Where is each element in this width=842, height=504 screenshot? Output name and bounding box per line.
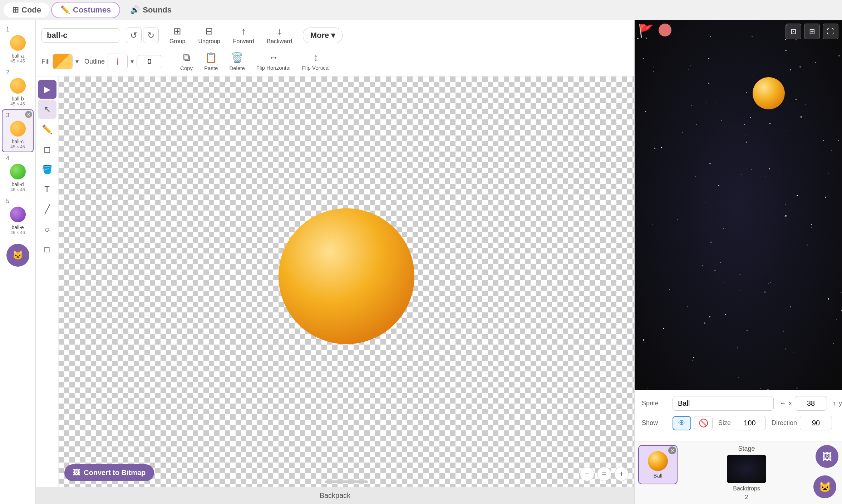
brush-tool[interactable]: ✏️ (38, 120, 56, 139)
backward-button[interactable]: ↓ Backward (262, 24, 297, 47)
star (661, 147, 662, 148)
costume-item[interactable]: 3 ball-c 45 × 45 ✕ (2, 109, 34, 152)
costume-number: 1 (6, 26, 9, 33)
group-button[interactable]: ⊞ Group (164, 24, 190, 47)
zoom-reset-button[interactable]: = (597, 467, 611, 481)
flip-horizontal-icon: ↔ (269, 52, 279, 63)
size-group: Size (718, 416, 766, 430)
paste-icon: 📋 (205, 52, 217, 64)
stage-panel-thumbnail[interactable] (727, 455, 766, 483)
convert-to-bitmap-button[interactable]: 🖼 Convert to Bitmap (64, 464, 154, 481)
sprite-name-input[interactable] (673, 396, 774, 411)
outline-value-input[interactable] (137, 55, 162, 68)
canvas-scrollbar[interactable] (325, 480, 368, 483)
star (721, 120, 722, 121)
costume-name-input[interactable] (41, 28, 120, 43)
show-hidden-button[interactable]: 🚫 (694, 416, 713, 430)
star (833, 343, 834, 344)
tab-costumes-label: Costumes (73, 5, 111, 15)
delete-sprite-badge[interactable]: ✕ (668, 446, 676, 454)
costume-list: 1 ball-a 45 × 45 2 ball-b 45 × 45 3 ball… (0, 20, 36, 504)
costume-item[interactable]: 5 ball-e 46 × 46 (2, 195, 34, 238)
redo-button[interactable]: ↻ (143, 28, 159, 43)
line-tool[interactable]: ╱ (38, 200, 56, 219)
direction-input[interactable] (800, 416, 832, 430)
y-label: y (839, 400, 842, 407)
zoom-in-button[interactable]: + (614, 467, 629, 481)
canvas-area[interactable] (59, 76, 634, 487)
show-visible-button[interactable]: 👁 (673, 416, 691, 430)
costume-number: 2 (6, 69, 9, 76)
sprite-thumbnail[interactable]: ✕ Ball (638, 445, 678, 484)
zoom-controls: − = + (580, 467, 629, 481)
star (744, 124, 745, 125)
flip-horizontal-button[interactable]: ↔ Flip Horizontal (251, 50, 296, 73)
outline-color-button[interactable]: / (108, 54, 128, 69)
stage-controls: 🚩 (638, 24, 671, 39)
paste-button[interactable]: 📋 Paste (199, 50, 223, 73)
fill-tool[interactable]: 🪣 (38, 160, 56, 179)
copy-button[interactable]: ⧉ Copy (175, 50, 198, 73)
tab-sounds[interactable]: 🔊 Sounds (122, 3, 180, 18)
star (815, 62, 816, 63)
star (723, 282, 724, 282)
green-flag-button[interactable]: 🚩 (638, 24, 654, 39)
flip-vertical-button[interactable]: ↕ Flip Vertical (297, 50, 335, 73)
star (738, 66, 739, 66)
star (746, 142, 747, 143)
main-area: 1 ball-a 45 × 45 2 ball-b 45 × 45 3 ball… (0, 20, 842, 504)
star (683, 132, 684, 133)
star (790, 297, 791, 297)
size-label: Size (718, 419, 731, 427)
stop-button[interactable] (659, 24, 671, 36)
stage-view-fullscreen-button[interactable]: ⛶ (823, 24, 838, 39)
delete-button[interactable]: 🗑️ Delete (224, 50, 250, 73)
costume-name: ball-b (11, 96, 24, 102)
stage-view-small-button[interactable]: ⊡ (786, 24, 801, 39)
size-input[interactable] (734, 416, 766, 430)
fill-color-button[interactable] (53, 54, 73, 69)
tab-code[interactable]: ⊞ Code (4, 3, 50, 18)
costume-ball (10, 207, 26, 222)
x-input[interactable] (795, 396, 827, 411)
rectangle-tool[interactable]: □ (38, 240, 56, 259)
star (702, 265, 703, 266)
group-icon: ⊞ (173, 26, 181, 37)
costume-item[interactable]: 2 ball-b 45 × 45 (2, 66, 34, 109)
more-button[interactable]: More ▾ (303, 28, 343, 43)
delete-costume-badge[interactable]: ✕ (25, 111, 32, 118)
star (769, 168, 770, 169)
toolbar-row2: Fill ▾ Outline / ▾ (41, 50, 629, 73)
stage-panel-bg (727, 455, 766, 483)
star (644, 342, 645, 343)
eraser-tool[interactable]: ◻ (38, 140, 56, 159)
fill-dropdown-icon: ▾ (75, 58, 79, 65)
select-tool[interactable]: ▶ (38, 80, 56, 99)
add-costume-button[interactable]: 🐱 (6, 244, 29, 267)
star (790, 69, 791, 70)
add-backdrop-button[interactable]: 🖼 (816, 445, 838, 468)
tab-costumes[interactable]: ✏️ Costumes (51, 2, 120, 18)
flip-vertical-label: Flip Vertical (302, 65, 330, 71)
star (718, 185, 719, 186)
circle-tool[interactable]: ○ (38, 220, 56, 239)
y-coord-icon: ↕ (833, 400, 836, 407)
text-tool[interactable]: T (38, 180, 56, 199)
star (687, 306, 688, 307)
add-sprite-button[interactable]: 🐱 (813, 475, 836, 498)
costume-item[interactable]: 4 ball-d 46 × 46 (2, 152, 34, 195)
forward-button[interactable]: ↑ Forward (228, 24, 259, 47)
convert-to-bitmap-label: Convert to Bitmap (84, 469, 146, 477)
stage-view-medium-button[interactable]: ⊞ (804, 24, 820, 39)
cat-add-icon: 🐱 (819, 481, 831, 493)
zoom-out-button[interactable]: − (580, 467, 594, 481)
costume-size: 45 × 45 (10, 144, 25, 149)
costume-item[interactable]: 1 ball-a 45 × 45 (2, 24, 34, 66)
star (643, 58, 644, 59)
undo-button[interactable]: ↺ (126, 28, 142, 43)
star (840, 292, 842, 293)
reshape-tool[interactable]: ↖ (38, 100, 56, 119)
star (695, 176, 696, 177)
ungroup-button[interactable]: ⊟ Ungroup (193, 24, 225, 47)
group-label: Group (169, 38, 185, 45)
